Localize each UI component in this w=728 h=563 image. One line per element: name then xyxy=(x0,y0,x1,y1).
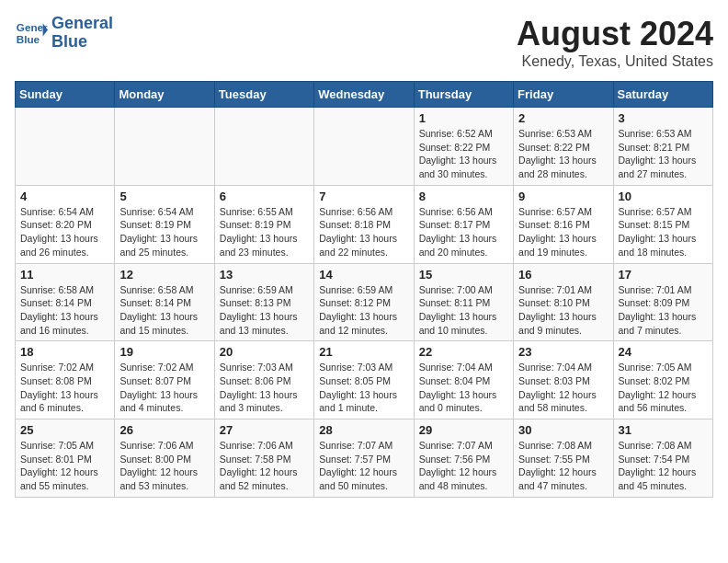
day-cell xyxy=(214,108,313,186)
day-number: 22 xyxy=(419,345,508,359)
day-number: 24 xyxy=(619,345,708,359)
day-number: 3 xyxy=(619,111,708,125)
week-row-2: 4Sunrise: 6:54 AM Sunset: 8:20 PM Daylig… xyxy=(16,185,713,263)
day-info: Sunrise: 7:06 AM Sunset: 7:58 PM Dayligh… xyxy=(220,439,309,493)
day-cell: 16Sunrise: 7:01 AM Sunset: 8:10 PM Dayli… xyxy=(514,263,613,341)
day-cell: 30Sunrise: 7:08 AM Sunset: 7:55 PM Dayli… xyxy=(514,419,613,498)
day-number: 27 xyxy=(220,423,309,437)
day-number: 31 xyxy=(619,423,708,437)
day-number: 26 xyxy=(119,423,209,437)
day-cell xyxy=(314,108,414,186)
day-cell: 4Sunrise: 6:54 AM Sunset: 8:20 PM Daylig… xyxy=(16,185,115,263)
day-number: 18 xyxy=(20,345,109,359)
day-info: Sunrise: 7:06 AM Sunset: 8:00 PM Dayligh… xyxy=(119,439,209,493)
title-area: August 2024 Kenedy, Texas, United States xyxy=(517,15,713,70)
day-number: 23 xyxy=(518,345,608,359)
day-info: Sunrise: 7:07 AM Sunset: 7:56 PM Dayligh… xyxy=(419,439,508,493)
logo-icon: General Blue xyxy=(15,17,48,50)
day-info: Sunrise: 7:07 AM Sunset: 7:57 PM Dayligh… xyxy=(319,439,408,493)
day-info: Sunrise: 6:58 AM Sunset: 8:14 PM Dayligh… xyxy=(20,283,109,338)
header-cell-saturday: Saturday xyxy=(613,82,712,108)
day-info: Sunrise: 6:57 AM Sunset: 8:15 PM Dayligh… xyxy=(619,205,708,259)
day-cell: 14Sunrise: 6:59 AM Sunset: 8:12 PM Dayli… xyxy=(314,263,414,341)
day-number: 19 xyxy=(119,345,209,359)
day-cell: 8Sunrise: 6:56 AM Sunset: 8:17 PM Daylig… xyxy=(414,185,513,263)
header-cell-friday: Friday xyxy=(514,82,613,108)
day-cell: 12Sunrise: 6:58 AM Sunset: 8:14 PM Dayli… xyxy=(115,263,214,341)
day-cell: 23Sunrise: 7:04 AM Sunset: 8:03 PM Dayli… xyxy=(514,341,613,419)
calendar-title: August 2024 xyxy=(517,15,713,53)
day-cell: 31Sunrise: 7:08 AM Sunset: 7:54 PM Dayli… xyxy=(613,419,712,498)
day-number: 12 xyxy=(119,268,209,282)
day-info: Sunrise: 6:53 AM Sunset: 8:21 PM Dayligh… xyxy=(619,127,708,181)
day-number: 17 xyxy=(619,268,708,282)
day-info: Sunrise: 7:04 AM Sunset: 8:04 PM Dayligh… xyxy=(419,361,508,415)
day-info: Sunrise: 6:54 AM Sunset: 8:19 PM Dayligh… xyxy=(119,205,209,259)
day-info: Sunrise: 7:04 AM Sunset: 8:03 PM Dayligh… xyxy=(518,361,608,415)
header-cell-sunday: Sunday xyxy=(16,82,115,108)
day-info: Sunrise: 7:03 AM Sunset: 8:05 PM Dayligh… xyxy=(319,361,408,415)
header-cell-tuesday: Tuesday xyxy=(214,82,313,108)
day-number: 14 xyxy=(319,268,408,282)
day-cell: 18Sunrise: 7:02 AM Sunset: 8:08 PM Dayli… xyxy=(16,341,115,419)
day-number: 29 xyxy=(419,423,508,437)
day-info: Sunrise: 7:02 AM Sunset: 8:08 PM Dayligh… xyxy=(20,361,109,415)
day-cell: 15Sunrise: 7:00 AM Sunset: 8:11 PM Dayli… xyxy=(414,263,513,341)
day-number: 30 xyxy=(518,423,608,437)
day-number: 15 xyxy=(419,268,508,282)
day-info: Sunrise: 6:58 AM Sunset: 8:14 PM Dayligh… xyxy=(119,283,209,338)
day-number: 9 xyxy=(518,190,608,203)
day-number: 7 xyxy=(319,190,408,203)
day-number: 13 xyxy=(220,268,309,282)
day-number: 16 xyxy=(518,268,608,282)
day-cell: 21Sunrise: 7:03 AM Sunset: 8:05 PM Dayli… xyxy=(314,341,414,419)
day-info: Sunrise: 7:08 AM Sunset: 7:55 PM Dayligh… xyxy=(518,439,608,493)
day-number: 8 xyxy=(419,190,508,203)
day-number: 6 xyxy=(220,190,309,203)
day-info: Sunrise: 7:05 AM Sunset: 8:01 PM Dayligh… xyxy=(20,439,109,493)
header-cell-monday: Monday xyxy=(115,82,214,108)
calendar-subtitle: Kenedy, Texas, United States xyxy=(517,53,713,70)
day-cell: 3Sunrise: 6:53 AM Sunset: 8:21 PM Daylig… xyxy=(613,108,712,186)
day-info: Sunrise: 7:01 AM Sunset: 8:09 PM Dayligh… xyxy=(619,283,708,338)
day-cell: 24Sunrise: 7:05 AM Sunset: 8:02 PM Dayli… xyxy=(613,341,712,419)
day-cell xyxy=(115,108,214,186)
header: General Blue General Blue August 2024 Ke… xyxy=(15,15,713,70)
day-cell: 6Sunrise: 6:55 AM Sunset: 8:19 PM Daylig… xyxy=(214,185,313,263)
day-info: Sunrise: 7:03 AM Sunset: 8:06 PM Dayligh… xyxy=(220,361,309,415)
svg-text:Blue: Blue xyxy=(17,33,40,45)
header-cell-thursday: Thursday xyxy=(414,82,513,108)
day-cell: 26Sunrise: 7:06 AM Sunset: 8:00 PM Dayli… xyxy=(115,419,214,498)
day-info: Sunrise: 7:05 AM Sunset: 8:02 PM Dayligh… xyxy=(619,361,708,415)
day-cell: 17Sunrise: 7:01 AM Sunset: 8:09 PM Dayli… xyxy=(613,263,712,341)
logo-text-blue: Blue xyxy=(51,33,113,52)
week-row-5: 25Sunrise: 7:05 AM Sunset: 8:01 PM Dayli… xyxy=(16,419,713,498)
day-info: Sunrise: 6:59 AM Sunset: 8:13 PM Dayligh… xyxy=(220,283,309,338)
day-cell: 1Sunrise: 6:52 AM Sunset: 8:22 PM Daylig… xyxy=(414,108,513,186)
day-cell: 2Sunrise: 6:53 AM Sunset: 8:22 PM Daylig… xyxy=(514,108,613,186)
day-info: Sunrise: 6:53 AM Sunset: 8:22 PM Dayligh… xyxy=(518,127,608,181)
week-row-1: 1Sunrise: 6:52 AM Sunset: 8:22 PM Daylig… xyxy=(16,108,713,186)
day-info: Sunrise: 7:00 AM Sunset: 8:11 PM Dayligh… xyxy=(419,283,508,338)
day-number: 25 xyxy=(20,423,109,437)
day-info: Sunrise: 6:59 AM Sunset: 8:12 PM Dayligh… xyxy=(319,283,408,338)
day-info: Sunrise: 6:56 AM Sunset: 8:18 PM Dayligh… xyxy=(319,205,408,259)
day-cell: 13Sunrise: 6:59 AM Sunset: 8:13 PM Dayli… xyxy=(214,263,313,341)
calendar-body: 1Sunrise: 6:52 AM Sunset: 8:22 PM Daylig… xyxy=(16,108,713,498)
day-number: 5 xyxy=(119,190,209,203)
day-cell xyxy=(16,108,115,186)
day-info: Sunrise: 6:54 AM Sunset: 8:20 PM Dayligh… xyxy=(20,205,109,259)
day-cell: 19Sunrise: 7:02 AM Sunset: 8:07 PM Dayli… xyxy=(115,341,214,419)
day-cell: 29Sunrise: 7:07 AM Sunset: 7:56 PM Dayli… xyxy=(414,419,513,498)
day-info: Sunrise: 6:55 AM Sunset: 8:19 PM Dayligh… xyxy=(220,205,309,259)
day-number: 21 xyxy=(319,345,408,359)
week-row-4: 18Sunrise: 7:02 AM Sunset: 8:08 PM Dayli… xyxy=(16,341,713,419)
day-cell: 20Sunrise: 7:03 AM Sunset: 8:06 PM Dayli… xyxy=(214,341,313,419)
day-number: 1 xyxy=(419,111,508,125)
day-cell: 28Sunrise: 7:07 AM Sunset: 7:57 PM Dayli… xyxy=(314,419,414,498)
calendar-table: SundayMondayTuesdayWednesdayThursdayFrid… xyxy=(15,81,713,498)
day-info: Sunrise: 6:56 AM Sunset: 8:17 PM Dayligh… xyxy=(419,205,508,259)
calendar-header-row: SundayMondayTuesdayWednesdayThursdayFrid… xyxy=(16,82,713,108)
day-number: 28 xyxy=(319,423,408,437)
day-cell: 10Sunrise: 6:57 AM Sunset: 8:15 PM Dayli… xyxy=(613,185,712,263)
